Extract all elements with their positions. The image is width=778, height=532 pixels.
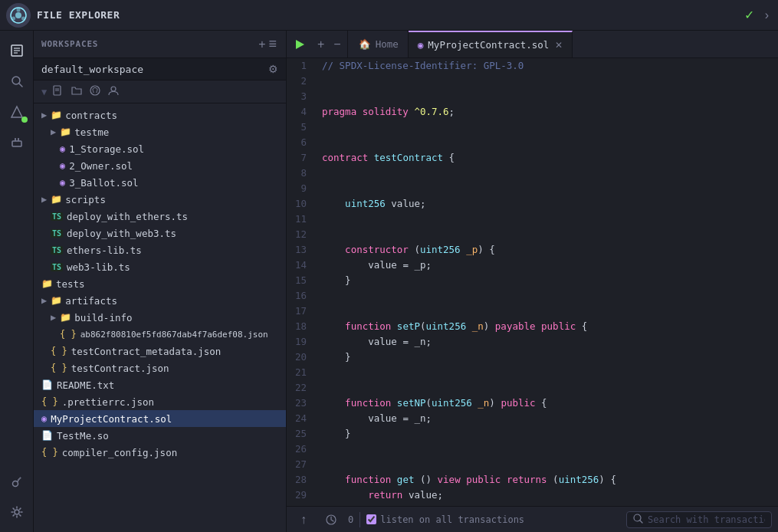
search-input[interactable] — [648, 514, 765, 525]
list-item[interactable]: ◉ 1_Storage.sol — [34, 140, 286, 157]
list-item[interactable]: ▶ 📁 scripts — [34, 191, 286, 208]
list-item[interactable]: { } testContract_metadata.json — [34, 343, 286, 360]
sidebar-item-files[interactable] — [3, 37, 31, 64]
editor-area: + − 🏠 Home ◉ MyProjectContract.sol ✕ 1 /… — [287, 31, 778, 532]
list-item[interactable]: { } compiler_config.json — [34, 444, 286, 461]
svg-point-24 — [111, 87, 116, 91]
line-content: constructor (uint256 _p) { — [319, 242, 778, 258]
code-line-12: 12 — [287, 227, 778, 242]
ts-icon: TS — [51, 212, 63, 221]
line-content: function get () view public returns (uin… — [319, 472, 778, 488]
line-number: 28 — [287, 472, 319, 488]
line-number: 2 — [287, 74, 319, 89]
line-content: return value; — [319, 488, 778, 503]
folder-icon-2: 📁 — [60, 126, 71, 137]
sidebar-item-git[interactable] — [3, 98, 31, 126]
code-editor[interactable]: 1 // SPDX-License-Identifier: GPL-3.0 2 … — [287, 58, 778, 506]
listen-checkbox-label[interactable]: listen on all transactions — [366, 514, 524, 525]
svg-point-17 — [12, 481, 18, 487]
list-item[interactable]: { } .prettierrc.json — [34, 393, 286, 410]
folder-closed-icon: 📁 — [51, 110, 62, 120]
new-folder-button[interactable] — [70, 84, 84, 100]
tree-item-label: artifacts — [65, 295, 117, 307]
line-content: } — [319, 273, 778, 288]
github-button[interactable] — [88, 84, 102, 100]
tree-item-label: 3_Ballot.sol — [69, 177, 138, 189]
list-item[interactable]: ◉ 2_Owner.sol — [34, 157, 286, 174]
svg-point-3 — [21, 16, 25, 20]
zoom-in-button[interactable]: + — [313, 31, 329, 57]
list-item[interactable]: 📄 TestMe.so — [34, 427, 286, 444]
list-item[interactable]: TS ethers-lib.ts — [34, 241, 286, 258]
line-number: 8 — [287, 166, 319, 181]
list-item[interactable]: { } ab862f80810ef5fd867dab4f7a6def08.jso… — [34, 326, 286, 343]
listen-checkbox-input[interactable] — [366, 514, 376, 524]
list-item[interactable]: ▶ 📁 artifacts — [34, 292, 286, 309]
more-button[interactable]: › — [762, 7, 772, 24]
line-number: 4 — [287, 104, 319, 120]
sidebar-item-search[interactable] — [3, 67, 31, 95]
sidebar-item-gear[interactable] — [3, 498, 31, 526]
line-number: 27 — [287, 457, 319, 472]
list-item[interactable]: ▶ 📁 contracts — [34, 107, 286, 123]
code-line-17: 17 — [287, 304, 778, 319]
list-item[interactable]: TS web3-lib.ts — [34, 258, 286, 275]
svg-marker-11 — [11, 107, 22, 117]
list-item[interactable]: 📁 tests — [34, 275, 286, 292]
code-line-26: 26 — [287, 442, 778, 457]
line-content: pragma solidity ^0.7.6; — [319, 104, 778, 120]
line-content: value = _p; — [319, 258, 778, 273]
list-item[interactable]: TS deploy_with_ethers.ts — [34, 208, 286, 225]
page-title: FILE EXPLORER — [37, 9, 735, 21]
list-item[interactable]: ◉ 3_Ballot.sol — [34, 174, 286, 191]
code-line-18: 18 function setP(uint256 _n) payable pub… — [287, 319, 778, 334]
list-item[interactable]: { } testContract.json — [34, 360, 286, 376]
search-icon — [633, 514, 643, 526]
line-number: 26 — [287, 442, 319, 457]
user-button[interactable] — [107, 84, 120, 100]
zoom-out-button[interactable]: − — [329, 31, 345, 57]
add-workspace-button[interactable]: + — [257, 38, 267, 51]
top-bar: FILE EXPLORER ✓ › — [0, 0, 778, 31]
workspace-menu-button[interactable]: ≡ — [267, 36, 278, 52]
ts-icon: TS — [51, 263, 63, 271]
ts-icon: TS — [51, 246, 63, 255]
sol-icon: ◉ — [60, 143, 65, 154]
workspace-dropdown-button[interactable]: ⚙ — [268, 63, 278, 75]
list-item[interactable]: 📄 README.txt — [34, 376, 286, 393]
list-item[interactable]: ◉ MyProjectContract.sol — [34, 410, 286, 427]
scroll-to-top-button[interactable]: ↑ — [293, 509, 314, 530]
tree-item-label: build-info — [74, 312, 132, 323]
line-number: 1 — [287, 58, 319, 74]
folder-icon: ▶ — [51, 312, 56, 323]
check-button[interactable]: ✓ — [741, 6, 757, 24]
bottom-bar: ↑ 0 listen on all transactions — [287, 506, 778, 532]
tab-close-button[interactable]: ✕ — [555, 40, 563, 51]
tab-home[interactable]: 🏠 Home — [350, 31, 409, 57]
sidebar-header: WORKSPACES + ≡ — [34, 31, 286, 58]
tree-item-label: testContract.json — [71, 363, 169, 374]
tab-myprojectcontract[interactable]: ◉ MyProjectContract.sol ✕ — [409, 31, 573, 57]
sol-tab-label: MyProjectContract.sol — [428, 39, 549, 51]
line-number: 10 — [287, 196, 319, 212]
line-content: function setP(uint256 _n) payable public… — [319, 319, 778, 334]
tree-item-label: 1_Storage.sol — [69, 143, 144, 155]
tree-item-label: README.txt — [57, 379, 114, 391]
sidebar-item-settings-wrench[interactable] — [3, 468, 31, 495]
file-icon: 📄 — [41, 430, 53, 441]
svg-point-23 — [90, 86, 100, 95]
tree-item-label: compiler_config.json — [62, 447, 178, 458]
line-number: 9 — [287, 181, 319, 196]
sidebar-item-plugin[interactable] — [3, 129, 31, 156]
list-item[interactable]: ▶ 📁 testme — [34, 123, 286, 140]
svg-point-4 — [11, 16, 15, 20]
history-button[interactable] — [320, 509, 342, 530]
new-file-button[interactable] — [51, 84, 65, 100]
run-button[interactable] — [287, 31, 313, 57]
list-item[interactable]: TS deploy_with_web3.ts — [34, 225, 286, 241]
workspace-selector[interactable]: default_workspace ⚙ — [34, 58, 286, 80]
code-line-14: 14 value = _p; — [287, 258, 778, 273]
svg-point-1 — [15, 12, 21, 18]
list-item[interactable]: ▶ 📁 build-info — [34, 309, 286, 326]
line-content: } — [319, 426, 778, 442]
